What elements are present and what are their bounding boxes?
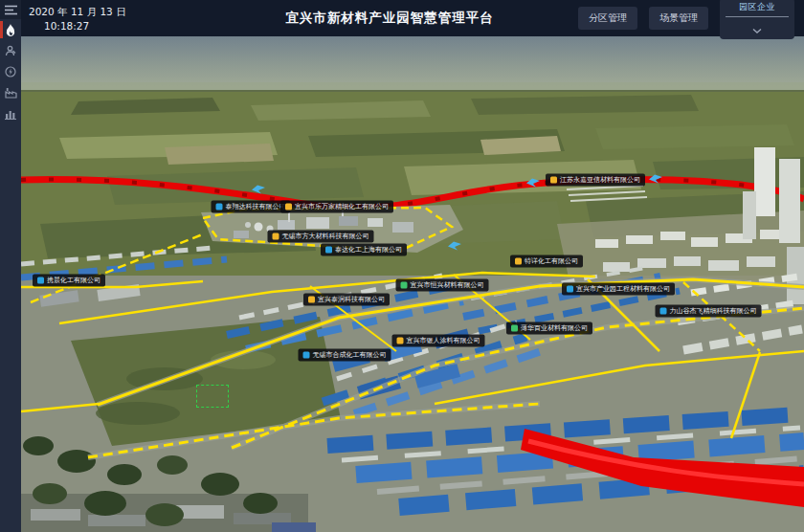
company-label[interactable]: 无锡市合成化工有限公司	[299, 349, 391, 362]
company-label-text: 无锡市方大材料科技有限公司	[282, 233, 369, 240]
company-marker-icon	[216, 204, 223, 211]
company-label-text: 特详化工有限公司	[525, 258, 578, 265]
bolt-circle-icon	[5, 66, 16, 78]
company-label[interactable]: 力山谷杰飞精细科技有限公司	[656, 305, 762, 318]
hamburger-icon	[5, 5, 17, 15]
company-label-text: 宜兴泰润科技有限公司	[318, 297, 385, 303]
header: 2020 年 11 月 13 日 10:18:27 宜兴市新材料产业园智慧管理平…	[21, 0, 804, 36]
company-label-text: 薄华百业材料有限公司	[521, 325, 588, 332]
company-marker-icon	[303, 352, 310, 359]
company-label-text: 江苏永嘉亚信材料有限公司	[560, 177, 640, 184]
aircraft-marker-icon[interactable]	[447, 237, 462, 255]
person-icon	[5, 45, 16, 56]
park-enterprise-dropdown[interactable]: 园区企业	[720, 0, 794, 39]
company-label[interactable]: 宜兴泰润科技有限公司	[303, 294, 390, 306]
selection-box[interactable]	[196, 385, 229, 408]
company-marker-icon	[37, 277, 44, 284]
menu-toggle-button[interactable]	[0, 0, 21, 19]
header-date: 2020 年 11 月 13 日	[29, 5, 201, 19]
app-window: 2020 年 11 月 13 日 10:18:27 宜兴市新材料产业园智慧管理平…	[0, 0, 804, 532]
company-label[interactable]: 江苏永嘉亚信材料有限公司	[546, 174, 645, 187]
company-label[interactable]: 宜兴市产业园工程材料有限公司	[562, 283, 675, 296]
company-label-text: 力山谷杰飞精细科技有限公司	[670, 308, 757, 315]
company-label[interactable]: 无锡市方大材料科技有限公司	[268, 231, 374, 243]
company-marker-icon	[511, 325, 518, 332]
company-marker-icon	[397, 338, 404, 344]
company-marker-icon	[285, 204, 292, 211]
sidebar-item-statistics[interactable]	[0, 103, 21, 124]
company-label-text: 宜兴市恒兴材料有限公司	[411, 282, 484, 289]
factory-icon	[5, 87, 17, 99]
company-label[interactable]: 携晨化工有限公司	[33, 275, 105, 287]
sidebar-item-fire-monitor[interactable]	[0, 19, 21, 40]
company-marker-icon	[401, 282, 408, 289]
dropdown-label: 园区企业	[739, 1, 775, 13]
company-label[interactable]: 宜兴市恒兴材料有限公司	[396, 279, 489, 292]
company-label[interactable]: 宜兴市乐万家精细化工有限公司	[280, 201, 393, 213]
company-label-text: 泰达化工上海有限公司	[335, 247, 402, 254]
sidebar-item-factory[interactable]	[0, 82, 21, 103]
page-title: 宜兴市新材料产业园智慧管理平台	[201, 0, 578, 36]
header-actions: 分区管理 场景管理 园区企业	[578, 0, 804, 36]
dropdown-divider	[726, 16, 789, 17]
chevron-down-icon	[752, 19, 762, 37]
datetime-block: 2020 年 11 月 13 日 10:18:27	[21, 0, 201, 36]
company-label-text: 宜兴市产业园工程材料有限公司	[576, 286, 670, 293]
company-label[interactable]: 宜兴市银人涂料有限公司	[392, 335, 485, 347]
company-label[interactable]: 泰翔达科技有限公司	[212, 201, 291, 213]
company-label-text: 携晨化工有限公司	[47, 277, 100, 284]
aircraft-marker-icon[interactable]	[525, 174, 541, 192]
company-marker-icon	[515, 258, 522, 265]
company-label-text: 无锡市合成化工有限公司	[313, 352, 387, 359]
company-label[interactable]: 泰达化工上海有限公司	[321, 244, 407, 256]
company-marker-icon	[660, 308, 667, 315]
sidebar-item-energy[interactable]	[0, 61, 21, 82]
company-marker-icon	[308, 297, 315, 303]
company-label-text: 宜兴市乐万家精细化工有限公司	[295, 204, 389, 211]
aircraft-marker-icon[interactable]	[648, 170, 663, 188]
company-marker-icon	[567, 286, 573, 293]
company-label-text: 宜兴市银人涂料有限公司	[407, 338, 480, 344]
company-label-text: 泰翔达科技有限公司	[226, 204, 286, 211]
sidebar-item-personnel[interactable]	[0, 40, 21, 61]
company-marker-icon	[273, 233, 279, 240]
company-label[interactable]: 薄华百业材料有限公司	[506, 322, 592, 335]
company-marker-icon	[325, 247, 332, 254]
header-time: 10:18:27	[29, 19, 201, 33]
aircraft-marker-icon[interactable]	[251, 181, 266, 199]
company-label[interactable]: 特详化工有限公司	[510, 255, 583, 268]
zone-management-button[interactable]: 分区管理	[578, 7, 637, 30]
map-3d-viewport[interactable]: 泰翔达科技有限公司宜兴市乐万家精细化工有限公司江苏永嘉亚信材料有限公司无锡市方大…	[21, 36, 804, 532]
flame-icon	[5, 24, 16, 36]
scene-management-button[interactable]: 场景管理	[649, 7, 708, 30]
sidebar	[0, 0, 21, 532]
bar-chart-icon	[5, 108, 16, 120]
company-marker-icon	[550, 177, 557, 184]
